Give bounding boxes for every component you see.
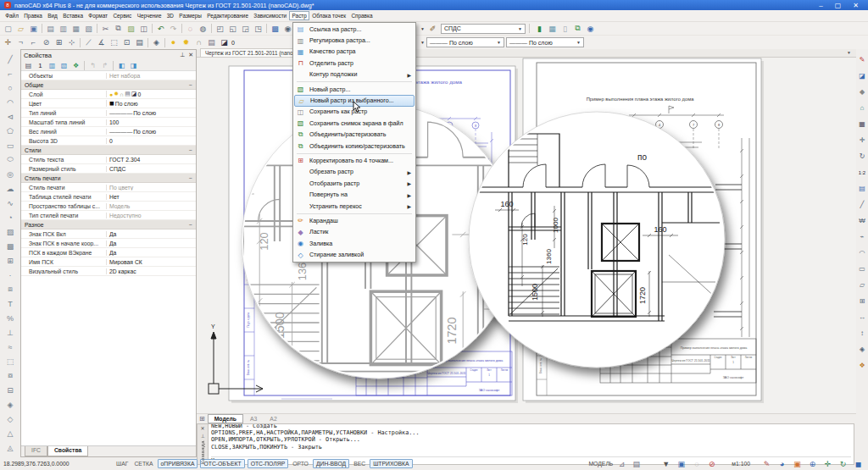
selall-icon[interactable]: ◱ (226, 23, 239, 35)
arc-icon[interactable]: ◠ (3, 95, 18, 109)
ortho-icon[interactable]: ⊘ (40, 36, 53, 48)
prop-Таблица стилей печати[interactable]: Таблица стилей печатиНет (21, 192, 196, 202)
menu-Зависимости[interactable]: Зависимости (251, 11, 289, 20)
line-icon[interactable]: ╱ (3, 52, 18, 66)
status-toggle-ШАГ[interactable]: ШАГ (114, 460, 130, 467)
ucs-icon[interactable]: ⊿ (615, 458, 628, 470)
pan2-icon[interactable]: ✛ (821, 458, 834, 470)
prop-Тип линий[interactable]: Тип линий————По слою (21, 108, 196, 118)
rmove-icon[interactable]: ✛ (857, 132, 868, 148)
layout-tab-Модель[interactable]: Модель (208, 414, 243, 423)
status-toggle-ОТС-ОБЪЕКТ[interactable]: ОТС-ОБЪЕКТ (200, 459, 244, 468)
rscale-icon[interactable]: 1:2 (857, 164, 868, 180)
rleader-icon[interactable]: ⌁ (857, 229, 868, 245)
prop-Знак ПСК Вкл[interactable]: Знак ПСК ВклДа (21, 229, 196, 239)
pasteprops-icon[interactable]: ◨ (128, 61, 139, 70)
status-toggle-ВЕС[interactable]: ВЕС (352, 460, 367, 467)
menu-Размеры[interactable]: Размеры (176, 11, 204, 20)
prop-Тип стилей печати[interactable]: Тип стилей печатиНедоступно (21, 211, 196, 220)
circle-icon[interactable]: ○ (3, 80, 18, 95)
menu-item-Повернуть-на[interactable]: Повернуть на▶ (294, 189, 415, 200)
prop-Размерный стиль[interactable]: Размерный стильСПДС (21, 164, 196, 174)
status-toggle-СЕТКА[interactable]: СЕТКА (132, 460, 154, 467)
perp-icon[interactable]: ⊥ (3, 325, 18, 340)
osnap-icon[interactable]: ¬ (14, 36, 27, 48)
cmd-close-icon[interactable]: ✕ (200, 425, 204, 431)
up-icon[interactable]: ↰ (87, 61, 98, 70)
menu-item-Отделить-растр[interactable]: ⊓Отделить растр (294, 58, 415, 69)
dropdown-icon[interactable]: ▼ (659, 458, 672, 470)
pin-icon[interactable]: ⊥ (180, 52, 185, 58)
sphere3-icon[interactable]: ◇ (3, 412, 18, 426)
print-icon[interactable]: ▤ (44, 23, 57, 35)
rblue-icon[interactable]: ◪ (857, 68, 868, 84)
cmd-pin-icon[interactable]: ⊥ (200, 433, 204, 439)
layout-grid-icon[interactable]: ⊞ (199, 415, 205, 423)
zoomwin-icon[interactable]: ▣ (791, 458, 804, 470)
plot-layer-icon[interactable]: ▤ (205, 36, 218, 48)
menu-item-Качество-растра[interactable]: ▦Качество растра (294, 47, 415, 58)
menu-Сервис[interactable]: Сервис (110, 11, 134, 20)
section-Стили[interactable]: Стили− (21, 146, 196, 155)
menu-Редактирование[interactable]: Редактирование (204, 11, 251, 20)
block-icon[interactable]: ⧈ (3, 282, 18, 296)
status-toggle-ОРТО[interactable]: ОРТО (291, 460, 310, 467)
page1-icon[interactable]: ▥ (47, 61, 58, 70)
prop-Пространство таблицы с...[interactable]: Пространство таблицы с...Модель (21, 202, 196, 211)
dyn-icon[interactable]: ⊞ (53, 36, 65, 48)
select-cursor-icon[interactable]: ▣ (675, 458, 687, 470)
zoomext-icon[interactable]: ⊕ (806, 458, 819, 470)
status-toggle-ОТС-ПОЛЯР[interactable]: ОТС-ПОЛЯР (248, 459, 289, 468)
prop-ПСК в каждом ВЭкране[interactable]: ПСК в каждом ВЭкранеДа (21, 248, 196, 257)
circle2-icon[interactable]: ◎ (3, 167, 18, 181)
grid-icon[interactable]: ⌐ (27, 36, 40, 48)
reraser-icon[interactable]: ◆ (857, 84, 868, 100)
prop-Слой[interactable]: Слой●✹∩▤◪0 (21, 90, 196, 99)
menu-item-Ссылка-на-растр-[interactable]: ▤Ссылка на растр... (294, 24, 415, 35)
panel-tab-IFC[interactable]: IFC (25, 446, 47, 456)
menu-Вставка[interactable]: Вставка (60, 11, 86, 20)
freeze-icon[interactable]: ✹ (180, 36, 192, 48)
rpar-icon[interactable]: ▱ (857, 277, 868, 293)
menu-Облака точек[interactable]: Облака точек (309, 11, 348, 20)
mesh-icon[interactable]: ◬ (3, 440, 18, 455)
box3d2-icon[interactable]: ⧇ (3, 368, 18, 383)
zoomfind-icon[interactable]: ◕ (776, 458, 788, 470)
layer-color-icon[interactable]: ◪ (218, 36, 231, 48)
select-icon[interactable]: ▤ (23, 61, 34, 70)
snap-icon[interactable]: ✛ (2, 36, 14, 48)
copyprops-icon[interactable]: ◧ (116, 61, 127, 70)
rrect-icon[interactable]: ▭ (857, 261, 868, 277)
selwin-icon[interactable]: ◰ (214, 23, 226, 35)
angle-icon[interactable]: ∡ (95, 36, 108, 48)
prop-Знак ПСК в начале коор...[interactable]: Знак ПСК в начале коор...Да (21, 239, 196, 248)
preview-icon[interactable]: ▥ (57, 23, 70, 35)
model-label[interactable]: МОДЕЛЬ (588, 461, 613, 467)
area-icon[interactable]: ⬚ (108, 36, 120, 48)
menu-item-Обрезать-растр[interactable]: Обрезать растр▶ (294, 167, 415, 178)
box3d-icon[interactable]: ⬚ (3, 354, 18, 368)
brush-icon[interactable]: ✎ (760, 458, 773, 470)
rhor-icon[interactable]: ↔ (857, 309, 868, 325)
menu-Вид[interactable]: Вид (45, 11, 60, 20)
prop-Стиль печати[interactable]: Стиль печатиПо цвету (21, 183, 196, 192)
sphere2-icon[interactable]: ◈ (3, 397, 18, 412)
tab-list-arrow[interactable]: ▼ (847, 50, 851, 55)
panel-tab-Свойства[interactable]: Свойства (47, 446, 88, 456)
lock-icon[interactable]: ∩ (192, 36, 205, 48)
open-icon[interactable]: ▱ (14, 23, 27, 35)
menu-3D[interactable]: 3D (164, 11, 177, 20)
zoom-icon[interactable]: ◍ (197, 23, 209, 35)
menu-item-Стирание-заливкой[interactable]: ◇Стирание заливкой (294, 249, 415, 260)
id-icon[interactable]: ⊡ (120, 36, 133, 48)
menu-item-Регулировка-растра-[interactable]: ▥Регулировка растра... (294, 35, 415, 46)
sel-icon[interactable]: ◲ (239, 23, 252, 35)
plot-icon[interactable]: ▦ (70, 23, 82, 35)
rarc-icon[interactable]: ◠ (857, 245, 868, 261)
pline-icon[interactable]: ⌐ (3, 66, 18, 80)
menu-Растр[interactable]: Растр (289, 11, 309, 20)
rect-icon[interactable]: ▭ (3, 138, 18, 152)
close-button[interactable]: ✕ (853, 2, 859, 9)
cloud-icon[interactable]: ☁ (3, 181, 18, 196)
menu-item-Сохранить-снимок-экрана-в-файл[interactable]: ▧Сохранить снимок экрана в файл (294, 118, 415, 129)
